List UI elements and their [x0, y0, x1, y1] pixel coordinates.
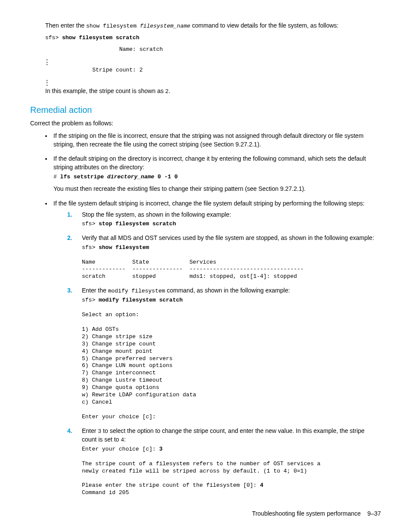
- inline-code: show filesystem: [86, 23, 137, 29]
- step-item: Enter the modify filesystem command, as …: [67, 286, 381, 420]
- text: Verify that all MDS and OST services use…: [82, 234, 374, 241]
- text: If the striping on the file is incorrect…: [53, 132, 364, 148]
- intro-paragraph-2: In this example, the stripe count is sho…: [45, 87, 381, 96]
- step-item: Enter 3 to select the option to change t…: [67, 427, 381, 497]
- code-block: Enter your choice [c]: 3 The stripe coun…: [82, 446, 381, 497]
- command: show filesystem: [99, 244, 149, 251]
- user-input: 4: [260, 482, 263, 488]
- output: Name State Services ------------- ------…: [82, 259, 304, 280]
- user-input: 3: [159, 446, 162, 452]
- vertical-ellipsis-icon: ...: [45, 58, 381, 65]
- text: command, as shown in the following examp…: [165, 287, 290, 294]
- code-block-1: sfs> show filesystem scratch Name: scrat…: [45, 34, 381, 85]
- page-number: 9–37: [367, 510, 381, 517]
- code-block: # lfs setstripe directory_name 0 -1 0: [53, 174, 381, 181]
- text: .: [168, 87, 170, 94]
- output: The stripe count of a filesystem refers …: [82, 460, 321, 474]
- output: Please enter the stripe count of the fil…: [82, 482, 260, 488]
- output: Select an option: 1) Add OSTs 2) Change …: [82, 311, 196, 420]
- prompt: sfs>: [45, 34, 62, 41]
- output: Enter your choice [c]:: [82, 446, 159, 452]
- text: Enter the: [82, 287, 108, 294]
- list-item: If the file system default striping is i…: [52, 199, 381, 497]
- text: If the file system default striping is i…: [53, 200, 364, 207]
- code-block: sfs> modify filesystem scratch Select an…: [82, 297, 381, 420]
- output-line: Stripe count: 2: [45, 67, 381, 74]
- output-line: Name: scratch: [45, 46, 381, 53]
- inline-code: 4: [121, 437, 124, 443]
- text: command to view details for the file sys…: [190, 22, 339, 29]
- text: Stop the file system, as shown in the fo…: [82, 211, 231, 218]
- prompt: sfs>: [82, 221, 99, 227]
- list-item: If the default striping on the directory…: [52, 155, 381, 193]
- bullet-list: If the striping on the file is incorrect…: [30, 132, 381, 497]
- command: modify filesystem scratch: [99, 297, 183, 303]
- output: Command id 205: [82, 489, 129, 496]
- step-item: Verify that all MDS and OST services use…: [67, 234, 381, 280]
- prompt: sfs>: [82, 297, 99, 303]
- command: stop filesystem scratch: [99, 221, 176, 227]
- vertical-ellipsis-icon: ...: [45, 78, 381, 86]
- command: show filesystem scratch: [62, 34, 139, 41]
- section-heading: Remedial action: [30, 104, 381, 116]
- ordered-steps: Stop the file system, as shown in the fo…: [67, 211, 381, 497]
- inline-code: 3: [98, 428, 101, 435]
- inline-code: modify filesystem: [108, 288, 165, 294]
- inline-code-arg: filesystem_name: [137, 23, 190, 29]
- command: lfs setstripe: [60, 174, 107, 180]
- page-footer: Troubleshooting file system performance …: [30, 510, 381, 518]
- list-item: If the striping on the file is incorrect…: [52, 132, 381, 149]
- text: Then enter the: [45, 22, 86, 29]
- text: You must then recreate the existing file…: [53, 185, 306, 192]
- prompt: sfs>: [82, 244, 99, 251]
- intro-paragraph-3: Correct the problem as follows:: [30, 119, 381, 128]
- command: 0 -1 0: [154, 174, 178, 180]
- footer-title: Troubleshooting file system performance: [252, 510, 361, 517]
- step-item: Stop the file system, as shown in the fo…: [67, 211, 381, 228]
- intro-paragraph-1: Then enter the show filesystem filesyste…: [45, 22, 381, 30]
- text: :: [124, 436, 126, 443]
- code-block: sfs> stop filesystem scratch: [82, 221, 381, 228]
- text: If the default striping on the directory…: [53, 155, 366, 171]
- prompt: #: [53, 174, 60, 180]
- command-arg: directory_name: [107, 174, 154, 180]
- code-block: sfs> show filesystem Name State Services…: [82, 244, 381, 280]
- text: In this example, the stripe count is sho…: [45, 87, 165, 94]
- text: Enter: [82, 427, 98, 434]
